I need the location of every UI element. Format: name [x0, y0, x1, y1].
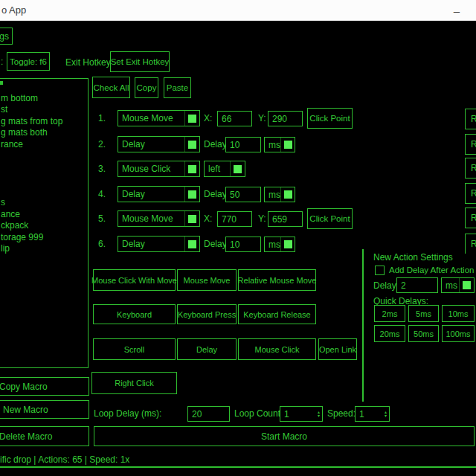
add-mouse-move-button[interactable]: Mouse Move: [177, 269, 237, 291]
mouse-button-dropdown[interactable]: left: [204, 161, 245, 177]
dropdown-indicator-icon: [463, 281, 471, 289]
delay-input[interactable]: 50: [225, 187, 261, 202]
add-delay-checkbox[interactable]: [375, 266, 385, 275]
minimize-button[interactable]: –: [443, 0, 470, 21]
delay-input[interactable]: 10: [225, 237, 261, 252]
check-all-button[interactable]: Check All: [92, 77, 130, 98]
add-open-link-button[interactable]: Open Link: [318, 338, 357, 360]
hotkey-label-fragment: :: [1, 57, 3, 67]
list-item[interactable]: [0, 151, 88, 163]
y-input[interactable]: 290: [268, 111, 303, 126]
add-keyboard-press-button[interactable]: Keyboard Press: [177, 304, 237, 324]
list-item[interactable]: [0, 185, 88, 197]
remove-button[interactable]: R: [465, 109, 476, 129]
quick-delay-button[interactable]: 100ms: [442, 325, 475, 342]
delete-macro-button[interactable]: Delete Macro: [0, 426, 89, 446]
list-item-text-fragment: [0, 81, 3, 85]
action-type-dropdown[interactable]: Delay: [118, 136, 200, 152]
remove-button[interactable]: R: [465, 158, 476, 178]
action-type-dropdown[interactable]: Delay: [118, 236, 200, 252]
action-type-dropdown[interactable]: Mouse Move: [118, 110, 200, 126]
stepper-arrows-icon[interactable]: ▴▾: [385, 411, 387, 418]
toggle-hotkey-button[interactable]: Toggle: f6: [7, 52, 50, 71]
add-right-click-button[interactable]: Right Click: [91, 372, 177, 394]
y-input[interactable]: 659: [268, 211, 303, 227]
unit-dropdown[interactable]: ms: [264, 137, 295, 152]
set-exit-hotkey-button[interactable]: Set Exit Hotkey: [110, 51, 170, 72]
add-scroll-button[interactable]: Scroll: [93, 338, 176, 360]
settings-button[interactable]: gs: [0, 28, 13, 45]
list-item[interactable]: lip: [0, 243, 88, 255]
add-delay-button[interactable]: Delay: [177, 338, 237, 360]
copy-button[interactable]: Copy: [135, 77, 158, 98]
mouse-button-value: left: [208, 164, 220, 174]
action-type-value: Delay: [122, 239, 145, 249]
list-item[interactable]: [0, 81, 88, 93]
list-item[interactable]: [0, 162, 88, 174]
remove-button[interactable]: R: [465, 183, 476, 204]
new-action-delay-label: Delay:: [373, 280, 399, 291]
x-label: X:: [204, 113, 212, 123]
list-item[interactable]: s: [0, 197, 88, 209]
unit-dropdown[interactable]: ms: [264, 187, 295, 202]
add-relative-mouse-move-button[interactable]: Relative Mouse Move: [238, 269, 316, 291]
start-macro-button[interactable]: Start Macro: [94, 426, 475, 446]
dropdown-indicator-icon: [188, 190, 196, 199]
click-point-button[interactable]: Click Point: [307, 208, 353, 229]
x-input[interactable]: 770: [217, 211, 252, 227]
new-macro-button[interactable]: New Macro: [0, 400, 89, 419]
action-type-dropdown[interactable]: Mouse Click: [118, 161, 200, 177]
list-item[interactable]: ckpack: [0, 220, 88, 232]
loop-count-stepper[interactable]: 1 ▴▾: [280, 406, 323, 422]
copy-macro-button[interactable]: Copy Macro: [0, 377, 89, 396]
paste-button[interactable]: Paste: [164, 77, 191, 98]
new-action-unit-dropdown[interactable]: ms: [441, 277, 475, 293]
dropdown-button: [184, 137, 199, 152]
dropdown-indicator-icon: [188, 115, 196, 123]
list-item[interactable]: st: [0, 104, 88, 116]
quick-delay-button[interactable]: 10ms: [442, 305, 475, 322]
list-item[interactable]: ance: [0, 209, 88, 221]
x-label: X:: [204, 213, 212, 224]
quick-delay-button[interactable]: 20ms: [374, 325, 405, 342]
quick-delay-button[interactable]: 5ms: [408, 305, 439, 322]
loop-delay-label: Loop Delay (ms):: [94, 408, 161, 419]
click-point-button[interactable]: Click Point: [307, 108, 353, 129]
list-item[interactable]: m bottom: [0, 93, 88, 105]
list-item[interactable]: g mats from top: [0, 116, 88, 128]
new-action-delay-input[interactable]: 2: [396, 277, 438, 293]
action-type-dropdown[interactable]: Delay: [118, 186, 200, 202]
action-type-dropdown[interactable]: Mouse Move: [118, 210, 200, 227]
add-mouse-click-with-move-button[interactable]: Mouse Click With Move: [93, 269, 176, 291]
action-number: 3.: [98, 164, 106, 174]
dropdown-button: [184, 211, 199, 226]
add-mouse-click-button[interactable]: Mouse Click: [238, 338, 316, 360]
stepper-arrows-icon[interactable]: ▴▾: [318, 411, 320, 418]
x-input[interactable]: 66: [217, 111, 252, 126]
list-item[interactable]: torage 999: [0, 232, 88, 244]
dropdown-button: [230, 161, 245, 176]
loop-delay-input[interactable]: 20: [187, 406, 230, 422]
remove-button[interactable]: R: [465, 208, 476, 228]
quick-delay-button[interactable]: 2ms: [374, 305, 405, 322]
add-keyboard-button[interactable]: Keyboard: [93, 304, 176, 324]
list-item[interactable]: rance: [0, 139, 88, 151]
quick-delay-button[interactable]: 50ms: [408, 325, 439, 342]
title-bar: o App –: [0, 0, 476, 21]
unit-dropdown[interactable]: ms: [264, 237, 295, 252]
dropdown-button: [280, 237, 295, 251]
speed-stepper[interactable]: 1 ▴▾: [355, 406, 390, 422]
remove-button[interactable]: R: [465, 134, 476, 155]
action-number: 2.: [98, 139, 106, 149]
dropdown-indicator-icon: [188, 165, 196, 173]
add-keyboard-release-button[interactable]: Keyboard Release: [238, 304, 316, 324]
list-item[interactable]: g mats both: [0, 127, 88, 139]
action-type-value: Delay: [122, 139, 145, 149]
action-type-value: Mouse Click: [122, 164, 170, 174]
list-item[interactable]: [0, 174, 88, 186]
delay-input[interactable]: 10: [225, 137, 261, 152]
unit-value: ms: [268, 239, 280, 250]
panel-separator: [362, 249, 364, 402]
add-delay-label: Add Delay After Action: [389, 266, 474, 274]
remove-button[interactable]: R: [465, 234, 476, 254]
